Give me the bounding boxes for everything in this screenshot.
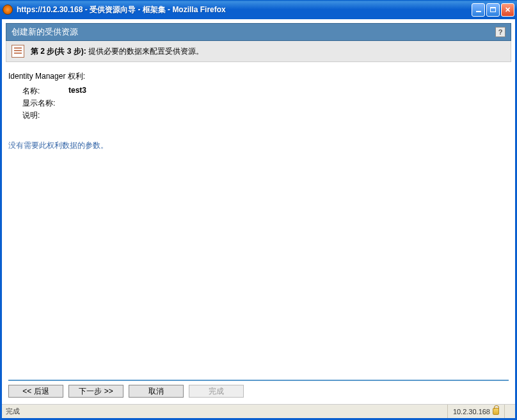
window-controls: ✕ xyxy=(472,3,514,17)
wizard-header: 创建新的受供资源 ? xyxy=(6,23,511,41)
resize-grip[interactable] xyxy=(504,405,515,418)
status-host-text: 10.2.30.168 xyxy=(453,408,490,416)
entitlement-title: Identity Manager 权利: xyxy=(8,71,509,82)
step-icon xyxy=(12,45,24,58)
firefox-icon xyxy=(3,4,13,15)
lock-icon xyxy=(493,408,499,415)
window-title: https://10.2.30.168 - 受供资源向导 - 框架集 - Moz… xyxy=(17,4,472,15)
step-label-bold: 第 2 步(共 3 步): xyxy=(31,47,86,56)
wizard-title: 创建新的受供资源 xyxy=(12,26,78,38)
name-label: 名称: xyxy=(22,86,67,97)
close-button[interactable]: ✕ xyxy=(501,3,514,17)
minimize-button[interactable] xyxy=(472,3,485,17)
maximize-button[interactable] xyxy=(486,3,500,17)
name-value: test3 xyxy=(68,86,90,97)
finish-button: 完成 xyxy=(189,385,244,398)
window-titlebar: https://10.2.30.168 - 受供资源向导 - 框架集 - Moz… xyxy=(0,0,517,19)
step-text: 第 2 步(共 3 步): 提供必要的数据来配置受供资源。 xyxy=(31,46,203,57)
entitlement-fields: 名称: test3 显示名称: 说明: xyxy=(21,85,91,122)
help-button[interactable]: ? xyxy=(495,27,505,37)
status-text: 完成 xyxy=(2,407,447,416)
statusbar: 完成 10.2.30.168 xyxy=(2,404,515,418)
display-name-value xyxy=(68,98,90,109)
no-params-message: 没有需要此权利数据的参数。 xyxy=(8,140,509,151)
wizard-step-bar: 第 2 步(共 3 步): 提供必要的数据来配置受供资源。 xyxy=(6,41,511,62)
status-host: 10.2.30.168 xyxy=(447,405,504,418)
cancel-button[interactable]: 取消 xyxy=(129,385,184,398)
display-name-label: 显示名称: xyxy=(22,98,67,109)
back-button[interactable]: << 后退 xyxy=(8,385,63,398)
description-value xyxy=(68,110,90,121)
step-label-rest: 提供必要的数据来配置受供资源。 xyxy=(86,47,203,56)
wizard-button-bar: << 后退 下一步 >> 取消 完成 xyxy=(6,381,511,404)
description-label: 说明: xyxy=(22,110,67,121)
next-button[interactable]: 下一步 >> xyxy=(68,385,123,398)
wizard-main-area: Identity Manager 权利: 名称: test3 显示名称: 说明:… xyxy=(6,62,511,380)
